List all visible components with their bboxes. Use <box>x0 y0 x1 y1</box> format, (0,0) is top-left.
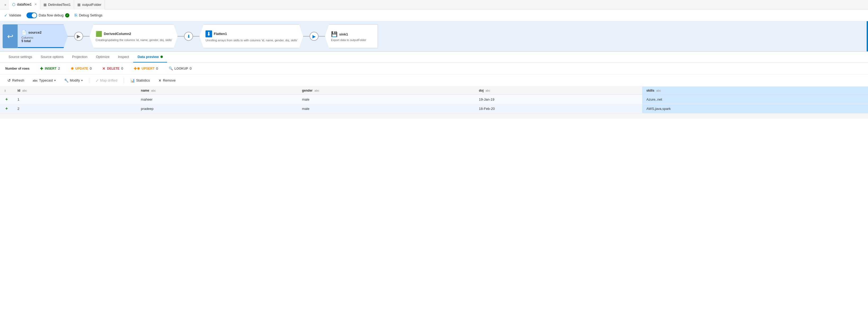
insert-label: INSERT <box>45 67 56 70</box>
stats-bar: Number of rows ✚ INSERT 2 ✸ UPDATE 0 ✕ D… <box>0 63 868 74</box>
tab-dataflow1[interactable]: ⬡ dataflow1 ✕ <box>9 0 40 9</box>
statistics-icon: 📊 <box>130 79 135 83</box>
typecast-dropdown-icon: ▾ <box>54 79 56 82</box>
debug-toggle[interactable] <box>27 12 37 18</box>
table-header-row: ↕ id abc name abc gender abc doj abc <box>0 87 868 95</box>
statistics-button[interactable]: 📊 Statistics <box>128 77 152 84</box>
sink1-node[interactable]: 💾 sink1 Export data to outputFolder <box>325 24 378 48</box>
derived-column-node[interactable]: 🟩 DerivedColumn2 Creating/updating the c… <box>90 24 178 48</box>
insert-count: 2 <box>58 66 60 70</box>
col-skills-type: abc <box>656 89 661 92</box>
upsert-label: UPSERT <box>142 67 155 70</box>
tab-data-preview[interactable]: Data preview <box>133 51 167 62</box>
main-toolbar: ✓ Validate Data flow debug ✓ ⎘ Debug Set… <box>0 9 868 21</box>
modify-button[interactable]: 🔧 Modify ▾ <box>62 77 85 84</box>
insert-plus-icon: ✚ <box>40 66 43 71</box>
row2-gender: male <box>298 104 474 113</box>
pipeline-canvas: ↩ 📄 source2 Columns: 5 total ▶ 🟩 Derived… <box>0 21 868 52</box>
modify-icon: 🔧 <box>64 79 69 83</box>
sort-icon: ↕ <box>4 89 6 92</box>
lookup-stat: 🔍 LOOKUP 0 <box>169 66 192 70</box>
derived-node-subtitle: Creating/updating the columns 'id, name,… <box>96 38 172 42</box>
connector1-icon: ▶ <box>77 33 81 39</box>
data-table: ↕ id abc name abc gender abc doj abc <box>0 87 868 113</box>
col-header-skills[interactable]: skills abc <box>642 87 868 95</box>
refresh-button[interactable]: ↺ Refresh <box>5 77 27 84</box>
typecast-label: Typecast <box>39 79 53 82</box>
refresh-label: Refresh <box>12 79 24 82</box>
source2-detail: 5 total <box>22 39 62 43</box>
col-gender-label: gender <box>302 89 312 92</box>
data-preview-label: Data preview <box>137 55 159 59</box>
output-tab-icon: ▦ <box>77 3 81 7</box>
modify-dropdown-icon: ▾ <box>81 79 83 82</box>
sink-node-icon: 💾 <box>331 31 338 37</box>
validate-button[interactable]: ✓ Validate <box>4 13 21 18</box>
tab-dataflow1-label: dataflow1 <box>17 2 32 6</box>
row1-doj: 19-Jan-19 <box>474 95 642 104</box>
lookup-count: 0 <box>190 66 191 70</box>
row2-skills: AWS,java,spark <box>642 104 868 113</box>
col-sort: ↕ <box>0 87 13 95</box>
typecast-button[interactable]: abc Typecast ▾ <box>31 77 58 84</box>
tab-outputfolder-label: outputFolder <box>82 3 101 7</box>
tab-outputfolder[interactable]: ▦ outputFolder <box>74 0 105 9</box>
modify-label: Modify <box>70 79 80 82</box>
delete-count: 0 <box>121 66 123 70</box>
tab-optimize[interactable]: Optimize <box>92 51 114 62</box>
col-gender-type: abc <box>315 89 319 92</box>
action-separator2 <box>124 78 124 83</box>
tab-inspect[interactable]: Inspect <box>114 51 133 62</box>
debug-settings-button[interactable]: ⎘ Debug Settings <box>75 13 102 18</box>
update-star-icon: ✸ <box>71 66 74 71</box>
flatten1-node[interactable]: ⬇ Flatten1 Unrolling arrays from skills … <box>199 24 303 48</box>
nav-tabs: Source settings Source options Projectio… <box>0 52 868 63</box>
validate-check-icon: ✓ <box>4 13 7 18</box>
row2-name: pradeep <box>136 104 298 113</box>
debug-settings-label: Debug Settings <box>79 13 102 17</box>
tab-source-settings[interactable]: Source settings <box>4 51 36 62</box>
row1-insert-icon: + <box>0 95 13 104</box>
col-header-gender[interactable]: gender abc <box>298 87 474 95</box>
connector3-icon: ▶ <box>312 34 316 39</box>
rows-label: Number of rows <box>5 67 29 70</box>
col-header-doj[interactable]: doj abc <box>474 87 642 95</box>
toggle-knob <box>32 13 36 18</box>
delete-label: DELETE <box>107 67 119 70</box>
data-table-wrapper: ↕ id abc name abc gender abc doj abc <box>0 87 868 113</box>
tab-delimitedtext1[interactable]: ▦ DelimitedText1 <box>40 0 74 9</box>
col-header-name[interactable]: name abc <box>136 87 298 95</box>
tab-projection[interactable]: Projection <box>68 51 92 62</box>
remove-button[interactable]: ✕ Remove <box>156 77 178 84</box>
col-name-type: abc <box>151 89 156 92</box>
col-name-label: name <box>141 89 149 92</box>
action-separator1 <box>89 78 89 83</box>
upsert-star-icon: ✚✸ <box>134 66 140 71</box>
col-skills-label: skills <box>646 89 654 92</box>
tab-source-options[interactable]: Source options <box>36 51 68 62</box>
validate-label: Validate <box>9 13 21 17</box>
action-bar: ↺ Refresh abc Typecast ▾ 🔧 Modify ▾ ⤢ Ma… <box>0 74 868 87</box>
optimize-label: Optimize <box>96 55 110 59</box>
row1-name: maheer <box>136 95 298 104</box>
debug-active-badge: ✓ <box>65 13 69 18</box>
col-header-id[interactable]: id abc <box>13 87 136 95</box>
debug-toggle-group: Data flow debug ✓ <box>27 12 69 18</box>
row2-id: 2 <box>13 104 136 113</box>
flatten-node-icon: ⬇ <box>206 30 212 37</box>
update-stat: ✸ UPDATE 0 <box>71 66 92 71</box>
source2-subtitle: Columns: <box>22 36 62 39</box>
update-label: UPDATE <box>75 67 88 70</box>
tab-bar: » ⬡ dataflow1 ✕ ▦ DelimitedText1 ▦ outpu… <box>0 0 868 9</box>
collapse-button[interactable]: » <box>2 1 9 8</box>
tab-dataflow1-close[interactable]: ✕ <box>34 3 37 6</box>
scroll-area <box>0 113 868 119</box>
map-drifted-button[interactable]: ⤢ Map drifted <box>93 77 119 84</box>
dataflow-tab-icon: ⬡ <box>12 2 16 7</box>
source2-title[interactable]: source2 <box>28 30 41 34</box>
row1-gender: male <box>298 95 474 104</box>
data-preview-active-dot <box>160 56 163 58</box>
connector2-icon: ⬇ <box>187 34 190 39</box>
upsert-stat: ✚✸ UPSERT 0 <box>134 66 158 71</box>
row1-skills: Azure,.net <box>642 95 868 104</box>
